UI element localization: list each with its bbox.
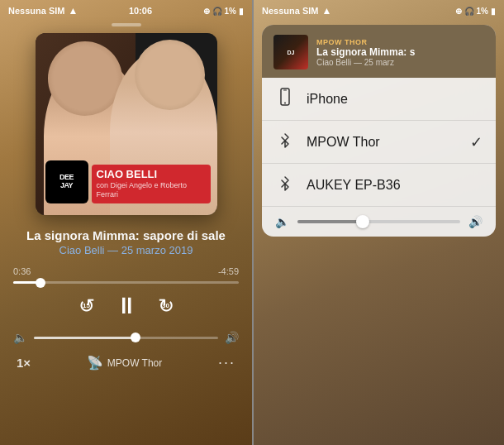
carrier-text-right: Nessuna SIM <box>262 6 318 16</box>
deejay-logo: DEEJAY <box>45 160 88 203</box>
progress-row: 0:36 -4:59 <box>0 266 252 276</box>
pause-icon: ⏸ <box>115 292 138 319</box>
mini-track-subtitle: Ciao Belli — 25 marz <box>316 58 484 67</box>
aukey-label: AUKEY EP-B36 <box>307 178 483 193</box>
speed-button[interactable]: 1× <box>17 356 31 370</box>
track-subtitle: Ciao Belli — 25 marzo 2019 <box>59 244 193 256</box>
drag-indicator[interactable] <box>112 23 141 26</box>
selected-check: ✓ <box>470 133 483 151</box>
mini-show-name: MPOW THOR <box>316 38 484 46</box>
battery-text-left: 1% <box>225 7 236 16</box>
forward-label: 30 <box>162 302 169 309</box>
battery-text-right: 1% <box>477 7 488 16</box>
device-item-aukey[interactable]: AUKEY EP-B36 <box>262 164 496 206</box>
mini-artwork-inner: DJ <box>273 35 308 69</box>
bottom-controls: 1× 📡 MPOW Thor ··· <box>0 354 252 371</box>
time-remaining: -4:59 <box>218 266 239 276</box>
status-bar-left: Nessuna SIM ▲ 10:06 ⊕ 🎧 1% ▮ <box>0 0 252 18</box>
progress-thumb[interactable] <box>36 278 45 288</box>
svg-rect-1 <box>283 90 287 91</box>
airplay-button[interactable]: 📡 MPOW Thor <box>87 355 162 371</box>
progress-bar[interactable] <box>13 281 239 284</box>
volume-min-icon: 🔈 <box>13 331 27 344</box>
mpow-label: MPOW Thor <box>307 135 459 150</box>
mini-track-title: La signora Mimma: s <box>316 46 484 58</box>
album-artwork: DEEJAY CIAO BELLI con Digei Angelo e Rob… <box>36 33 217 215</box>
rewind-label: 15 <box>83 302 90 309</box>
headphone-icon-right: 🎧 <box>464 7 474 16</box>
wifi-icon-left: ▲ <box>68 5 78 17</box>
volume-max-icon: 🔊 <box>225 331 239 344</box>
location-icon: ⊕ <box>203 7 210 16</box>
artwork-title: CIAO BELLI <box>97 168 206 181</box>
status-carrier-left: Nessuna SIM ▲ <box>8 5 78 17</box>
track-title: La signora Mimma: sapore di sale <box>13 228 239 242</box>
device-item-iphone[interactable]: iPhone <box>262 78 496 121</box>
status-icons-left: ⊕ 🎧 1% ▮ <box>203 7 244 16</box>
time-current: 0:36 <box>13 266 31 276</box>
mini-now-playing: DJ MPOW THOR La signora Mimma: s Ciao Be… <box>262 25 496 78</box>
battery-icon-left: ▮ <box>239 7 244 16</box>
status-bar-right: Nessuna SIM ▲ ⊕ 🎧 1% ▮ <box>254 0 504 18</box>
bluetooth-icon-mpow <box>275 131 295 153</box>
artwork-background: DEEJAY CIAO BELLI con Digei Angelo e Rob… <box>36 33 217 215</box>
location-icon-right: ⊕ <box>455 7 462 16</box>
carrier-text-left: Nessuna SIM <box>8 6 64 16</box>
headphone-icon: 🎧 <box>212 7 222 16</box>
mini-track-info: MPOW THOR La signora Mimma: s Ciao Belli… <box>316 38 484 67</box>
popup-volume-row: 🔈 🔊 <box>262 206 496 237</box>
rewind-15-button[interactable]: ↺ 15 <box>78 294 95 318</box>
pause-button[interactable]: ⏸ <box>115 292 138 319</box>
playback-controls: ↺ 15 ⏸ ↻ 30 <box>78 292 174 319</box>
forward-30-button[interactable]: ↻ 30 <box>158 294 174 318</box>
mini-artwork: DJ <box>273 35 308 69</box>
artwork-subtitle: con Digei Angelo e Roberto Ferrari <box>97 181 206 200</box>
bluetooth-icon-aukey <box>275 174 295 196</box>
wifi-icon-right: ▲ <box>321 5 331 17</box>
artwork-label: CIAO BELLI con Digei Angelo e Roberto Fe… <box>92 165 211 203</box>
left-panel: Nessuna SIM ▲ 10:06 ⊕ 🎧 1% ▮ DEEJAY CIAO… <box>0 0 252 445</box>
airplay-label: MPOW Thor <box>107 357 162 369</box>
airplay-icon: 📡 <box>87 355 103 371</box>
right-panel: Nessuna SIM ▲ ⊕ 🎧 1% ▮ DJ MPOW THOR La s… <box>254 0 504 445</box>
device-list: iPhone MPOW Thor ✓ AUKEY E <box>262 78 496 206</box>
phone-icon <box>275 88 295 110</box>
status-icons-right: ⊕ 🎧 1% ▮ <box>455 7 496 16</box>
volume-fill <box>34 337 136 339</box>
volume-row: 🔈 🔊 <box>0 331 252 344</box>
volume-bar[interactable] <box>34 337 218 339</box>
popup-volume-fill <box>297 220 363 223</box>
iphone-label: iPhone <box>307 92 483 107</box>
more-button[interactable]: ··· <box>218 354 235 371</box>
popup-volume-thumb[interactable] <box>356 215 369 228</box>
status-carrier-right: Nessuna SIM ▲ <box>262 5 331 17</box>
popup-volume-bar[interactable] <box>297 220 460 223</box>
popup-vol-max-icon: 🔊 <box>468 215 483 228</box>
volume-thumb[interactable] <box>131 333 140 342</box>
time-left: 10:06 <box>129 6 152 16</box>
popup-vol-min-icon: 🔈 <box>275 215 289 228</box>
svg-point-2 <box>284 103 286 104</box>
airplay-popup: DJ MPOW THOR La signora Mimma: s Ciao Be… <box>262 25 496 237</box>
device-item-mpow[interactable]: MPOW Thor ✓ <box>262 121 496 164</box>
battery-icon-right: ▮ <box>491 7 496 16</box>
